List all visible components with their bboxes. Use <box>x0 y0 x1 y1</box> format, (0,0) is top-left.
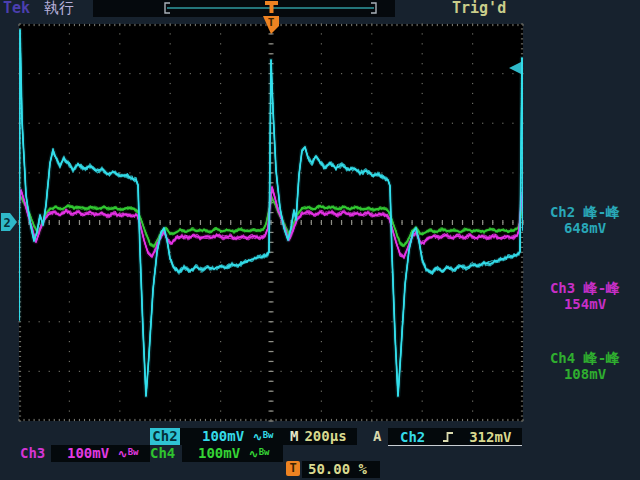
ch3-scale-value: 100mV <box>67 445 109 461</box>
ch2-scale-value: 100mV <box>202 428 244 444</box>
measurement-ch2: Ch2 峰-峰 648mV <box>530 204 640 236</box>
oscilloscope-screen: Tek 執行 Trig'd T 2 Ch2 峰 <box>0 0 640 480</box>
timebase-readout: M200µs <box>287 428 357 445</box>
timebase-label: M <box>290 428 298 444</box>
bandwidth-limit-icon: Bw <box>128 447 139 457</box>
plot-area <box>19 24 523 421</box>
measurement-ch3-channel: Ch3 <box>550 280 575 296</box>
trigger-status: Trig'd <box>452 0 506 17</box>
ac-coupling-icon: ∿ <box>249 447 259 461</box>
measurement-ch3-label: 峰-峰 <box>584 280 620 296</box>
trigger-source: Ch2 <box>400 429 425 445</box>
trigger-prefix: A <box>373 428 381 445</box>
hpos-trigger-icon: T <box>286 461 300 476</box>
ch2-badge: Ch2 <box>150 428 180 445</box>
measurement-ch4: Ch4 峰-峰 108mV <box>530 350 640 382</box>
horizontal-position-readout: 50.00 % <box>302 461 380 478</box>
ch4-scale-readout: 100mV ∿Bw <box>182 445 283 462</box>
ch3-scale-readout: 100mV ∿Bw <box>51 445 150 462</box>
measurement-ch4-value: 108mV <box>530 366 640 382</box>
bandwidth-limit-icon: Bw <box>259 447 270 457</box>
rising-edge-icon <box>442 430 455 444</box>
measurement-ch2-label: 峰-峰 <box>584 204 620 220</box>
trigger-readout: Ch2 312mV <box>388 428 522 446</box>
bandwidth-limit-icon: Bw <box>263 430 274 440</box>
measurement-ch3-value: 154mV <box>530 296 640 312</box>
measurement-ch3: Ch3 峰-峰 154mV <box>530 280 640 312</box>
measurement-ch4-label: 峰-峰 <box>584 350 620 366</box>
record-view-strip <box>93 0 395 17</box>
measurement-ch2-value: 648mV <box>530 220 640 236</box>
ch2-ground-marker-label: 2 <box>3 216 10 230</box>
ch4-scale-value: 100mV <box>198 445 240 461</box>
acquisition-status: 執行 <box>44 0 74 17</box>
ch2-ground-marker: 2 <box>1 213 17 231</box>
ac-coupling-icon: ∿ <box>118 447 128 461</box>
measurement-ch4-channel: Ch4 <box>550 350 575 366</box>
ch3-label: Ch3 <box>20 445 45 462</box>
measurement-ch2-channel: Ch2 <box>550 204 575 220</box>
ac-coupling-icon: ∿ <box>253 430 263 444</box>
ch4-label: Ch4 <box>150 445 175 462</box>
brand-logo: Tek <box>3 0 30 17</box>
ch2-scale-readout: 100mV ∿Bw <box>180 428 287 445</box>
trigger-level-value: 312mV <box>469 429 511 445</box>
timebase-value: 200µs <box>304 428 346 444</box>
